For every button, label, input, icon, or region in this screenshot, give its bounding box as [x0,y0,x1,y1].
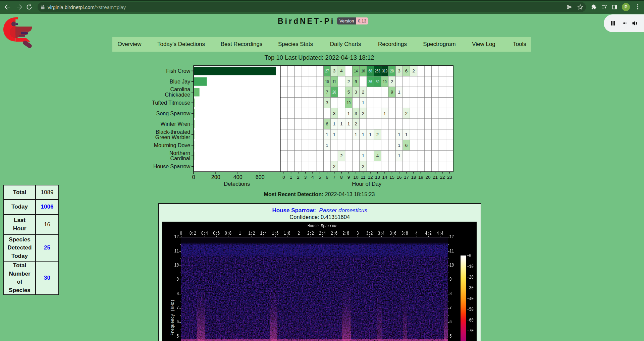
svg-text:4: 4 [376,153,379,158]
svg-text:13: 13 [375,175,380,180]
svg-text:15: 15 [389,175,394,180]
svg-text:6: 6 [326,175,328,180]
svg-text:400: 400 [233,174,243,180]
svg-text:23: 23 [447,175,452,180]
svg-text:2: 2 [340,153,343,158]
svg-text:3: 3 [398,68,400,73]
svg-text:20: 20 [425,175,430,180]
svg-text:2: 2 [376,132,379,137]
svg-text:36: 36 [369,79,372,84]
svg-text:1: 1 [340,121,343,126]
svg-text:200: 200 [211,174,220,180]
svg-text:Green Warbler: Green Warbler [155,134,191,140]
svg-text:2: 2 [412,68,415,73]
svg-text:3: 3 [326,100,328,105]
svg-text:319: 319 [382,68,387,73]
svg-text:1: 1 [398,153,400,158]
svg-text:17: 17 [404,175,409,180]
svg-text:2: 2 [297,175,300,180]
svg-text:10: 10 [383,79,387,84]
svg-text:600: 600 [256,174,265,180]
svg-text:14: 14 [354,68,358,73]
svg-text:1: 1 [290,175,292,180]
svg-text:3: 3 [304,175,307,180]
svg-text:Hour of Day: Hour of Day [352,181,382,187]
svg-text:2: 2 [391,79,393,84]
svg-text:16: 16 [361,68,365,73]
svg-text:6: 6 [405,68,408,73]
svg-text:9: 9 [347,175,350,180]
svg-text:10: 10 [325,79,329,84]
svg-text:5: 5 [319,175,321,180]
svg-text:4: 4 [340,68,343,73]
svg-text:8: 8 [340,175,343,180]
svg-text:Cardinal: Cardinal [170,156,191,161]
svg-text:68: 68 [369,68,372,73]
svg-text:28: 28 [390,68,394,73]
svg-text:1: 1 [347,111,350,116]
svg-text:11: 11 [361,175,365,180]
svg-text:5: 5 [347,90,350,95]
svg-text:2: 2 [362,111,365,116]
svg-text:1: 1 [362,132,365,137]
svg-text:7: 7 [326,90,328,95]
svg-text:3: 3 [333,111,336,116]
svg-text:1: 1 [355,132,357,137]
svg-text:9: 9 [391,90,393,95]
svg-text:Winter Wren: Winter Wren [161,121,191,127]
svg-text:26: 26 [332,90,336,95]
svg-text:1: 1 [326,143,328,148]
svg-text:9: 9 [355,79,357,84]
svg-text:House Sparrow: House Sparrow [153,164,191,169]
svg-text:19: 19 [418,175,423,180]
svg-text:1: 1 [405,132,408,137]
svg-text:2: 2 [362,164,365,169]
svg-text:Black-throated: Black-throated [156,129,190,135]
svg-text:1: 1 [362,100,365,105]
svg-text:12: 12 [368,175,373,180]
svg-text:7: 7 [333,175,336,180]
svg-text:1: 1 [398,132,400,137]
svg-text:2: 2 [405,111,408,116]
svg-text:10: 10 [353,175,358,180]
svg-text:Blue Jay: Blue Jay [170,79,190,84]
svg-text:2: 2 [362,90,365,95]
svg-text:6: 6 [405,143,408,148]
svg-text:22: 22 [440,175,445,180]
svg-text:1: 1 [333,121,336,126]
svg-text:1: 1 [362,153,365,158]
svg-text:27: 27 [325,68,329,73]
svg-text:1: 1 [369,132,372,137]
svg-text:Chickadee: Chickadee [165,92,191,98]
svg-text:Song Sparrow: Song Sparrow [156,111,191,116]
svg-text:1: 1 [398,143,400,148]
svg-text:16: 16 [396,175,401,180]
svg-text:1: 1 [333,132,336,137]
svg-text:21: 21 [433,175,438,180]
svg-text:14: 14 [382,175,387,180]
svg-text:4: 4 [311,175,314,180]
svg-text:1: 1 [347,121,350,126]
svg-text:1: 1 [398,90,400,95]
svg-text:6: 6 [326,121,328,126]
svg-text:39: 39 [376,79,379,84]
svg-text:0: 0 [192,174,195,180]
svg-text:3: 3 [355,111,357,116]
svg-text:11: 11 [332,79,336,84]
svg-text:3: 3 [333,68,336,73]
svg-text:Northern: Northern [169,150,190,156]
svg-text:253: 253 [375,68,380,73]
svg-text:Carolina: Carolina [170,87,191,92]
svg-text:Tufted Titmouse: Tufted Titmouse [152,100,190,106]
svg-text:Detections: Detections [224,181,250,187]
svg-text:1: 1 [383,111,386,116]
svg-text:2: 2 [347,79,350,84]
svg-text:2: 2 [333,164,336,169]
svg-text:Mourning Dove: Mourning Dove [154,143,191,148]
svg-text:1: 1 [326,132,328,137]
svg-text:0: 0 [282,175,285,180]
svg-text:2: 2 [355,121,357,126]
svg-text:3: 3 [355,90,357,95]
svg-text:Fish Crow: Fish Crow [166,68,190,74]
svg-text:18: 18 [411,175,416,180]
